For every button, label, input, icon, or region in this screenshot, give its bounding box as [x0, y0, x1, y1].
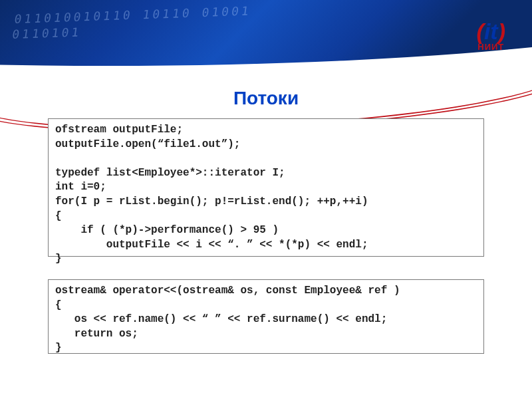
logo-mark: (it) — [477, 19, 505, 45]
logo-paren-close: ) — [498, 19, 505, 44]
page-title: Потоки — [0, 88, 532, 109]
code-block-main: ofstream outputFile; outputFile.open(“fi… — [48, 118, 484, 257]
logo-text: it — [484, 19, 498, 44]
slide-header — [0, 0, 532, 73]
logo-paren-open: ( — [477, 19, 484, 44]
logo: (it) НИИТ — [477, 19, 505, 52]
code-block-operator: ostream& operator<<(ostream& os, const E… — [48, 279, 484, 354]
